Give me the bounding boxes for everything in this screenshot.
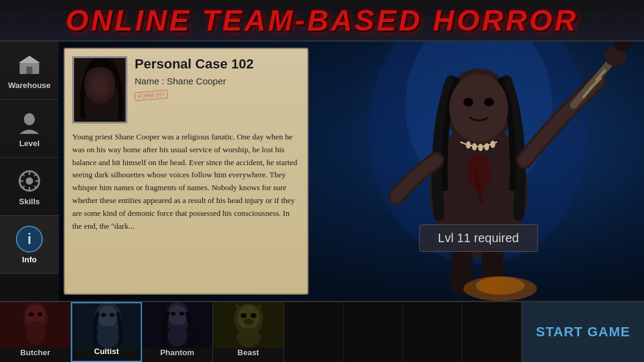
butcher-portrait xyxy=(0,302,70,348)
svg-point-27 xyxy=(466,141,471,149)
svg-point-17 xyxy=(95,79,100,83)
sidebar-item-level[interactable]: Level xyxy=(0,100,59,158)
svg-line-13 xyxy=(22,186,24,188)
svg-point-48 xyxy=(26,320,45,345)
skills-icon xyxy=(16,168,43,194)
svg-point-52 xyxy=(101,313,106,317)
svg-point-46 xyxy=(29,312,34,316)
level-required-text: Lvl 11 required xyxy=(438,231,519,245)
svg-point-42 xyxy=(476,276,525,295)
svg-point-28 xyxy=(472,143,477,150)
start-game-button[interactable]: START GAME xyxy=(522,302,644,362)
svg-marker-1 xyxy=(18,56,40,63)
empty-slot-1 xyxy=(284,302,343,362)
title-bar: ONLINE TEAM-BASED HORROR xyxy=(0,0,644,42)
svg-point-65 xyxy=(250,313,256,318)
warehouse-label: Warehouse xyxy=(8,81,51,90)
phantom-label: Phantom xyxy=(160,348,195,357)
svg-point-60 xyxy=(168,325,187,347)
svg-point-24 xyxy=(449,74,508,142)
level-required-badge: Lvl 11 required xyxy=(419,224,537,252)
beast-portrait xyxy=(213,302,283,348)
start-game-label: START GAME xyxy=(536,324,631,340)
svg-point-63 xyxy=(238,305,260,330)
svg-point-59 xyxy=(179,312,184,316)
svg-rect-2 xyxy=(26,67,32,74)
game-title: ONLINE TEAM-BASED HORROR xyxy=(66,4,578,37)
character-slot-cultist[interactable]: Cultist xyxy=(71,302,142,362)
sidebar: Warehouse Level xyxy=(0,42,59,301)
case-portrait xyxy=(72,56,127,124)
empty-slot-2 xyxy=(343,302,403,362)
svg-point-54 xyxy=(97,326,119,348)
monster-svg-container xyxy=(313,42,644,301)
case-title-area: Personal Case 102 Name : Shane Cooper FO… xyxy=(135,56,300,100)
phantom-portrait xyxy=(142,302,212,348)
level-label: Level xyxy=(19,139,39,148)
empty-slot-4 xyxy=(462,302,522,362)
cultist-portrait xyxy=(72,303,141,349)
info-icon: i xyxy=(16,226,43,253)
sidebar-item-info[interactable]: i Info xyxy=(0,216,59,274)
butcher-label: Butcher xyxy=(20,348,50,357)
case-stamps: FORM 107 xyxy=(135,91,300,100)
case-header: Personal Case 102 Name : Shane Cooper FO… xyxy=(72,56,300,124)
svg-point-58 xyxy=(171,312,176,316)
level-icon xyxy=(16,109,43,136)
warehouse-icon xyxy=(16,51,43,78)
bottom-bar: Butcher Cultist xyxy=(0,301,644,362)
svg-point-47 xyxy=(37,312,42,316)
sidebar-item-skills[interactable]: Skills xyxy=(0,158,59,216)
case-body: Young priest Shane Cooper was a religiou… xyxy=(72,131,300,232)
character-slot-butcher[interactable]: Butcher xyxy=(0,302,71,362)
svg-point-19 xyxy=(93,73,110,92)
svg-point-51 xyxy=(98,306,118,328)
svg-point-64 xyxy=(241,313,247,318)
monster-area: Lvl 11 required xyxy=(313,42,644,301)
svg-point-57 xyxy=(168,305,187,326)
svg-line-11 xyxy=(34,186,37,188)
character-slot-phantom[interactable]: Phantom xyxy=(142,302,213,362)
case-stamp: FORM 107 xyxy=(134,90,168,102)
svg-point-66 xyxy=(244,319,253,325)
sidebar-item-warehouse[interactable]: Warehouse xyxy=(0,42,59,100)
svg-point-25 xyxy=(463,98,473,106)
skills-label: Skills xyxy=(19,197,40,206)
svg-point-18 xyxy=(103,79,108,83)
empty-slot-3 xyxy=(403,302,462,362)
svg-point-26 xyxy=(484,98,494,106)
beast-label: Beast xyxy=(238,348,259,357)
svg-point-53 xyxy=(110,313,114,317)
character-slot-beast[interactable]: Beast xyxy=(213,302,284,362)
cultist-label: Cultist xyxy=(94,347,119,356)
case-card: Personal Case 102 Name : Shane Cooper FO… xyxy=(64,48,309,295)
svg-line-12 xyxy=(34,174,37,176)
svg-point-3 xyxy=(24,113,35,125)
svg-point-15 xyxy=(84,58,119,96)
info-label: Info xyxy=(22,255,37,264)
svg-point-31 xyxy=(490,141,495,148)
svg-point-69 xyxy=(236,328,261,347)
svg-point-29 xyxy=(478,144,483,151)
portrait-figure xyxy=(74,58,125,122)
svg-line-10 xyxy=(22,174,24,176)
case-number: Personal Case 102 xyxy=(135,56,300,72)
main-content: Personal Case 102 Name : Shane Cooper FO… xyxy=(59,42,644,301)
svg-point-30 xyxy=(484,143,489,150)
svg-point-16 xyxy=(91,70,113,97)
case-name: Name : Shane Cooper xyxy=(135,76,300,86)
svg-point-5 xyxy=(26,177,33,185)
